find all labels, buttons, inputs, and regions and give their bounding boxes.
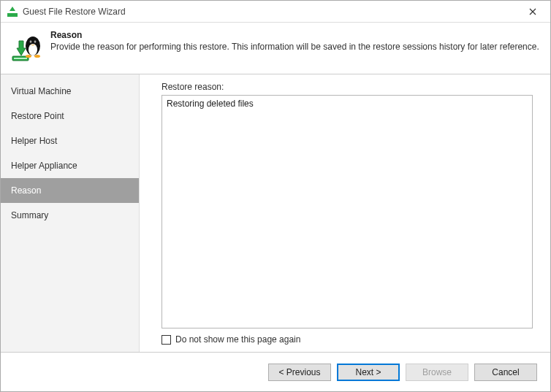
button-label: < Previous — [278, 367, 320, 377]
close-icon — [529, 8, 536, 15]
next-button[interactable]: Next > — [337, 364, 400, 381]
app-icon — [7, 6, 18, 18]
svg-point-9 — [26, 55, 31, 58]
sidebar: Virtual Machine Restore Point Helper Hos… — [1, 74, 140, 352]
dont-show-row[interactable]: Do not show me this page again — [162, 334, 533, 345]
sidebar-item-label: Virtual Machine — [11, 86, 72, 96]
sidebar-item-label: Reason — [11, 185, 41, 196]
titlebar: Guest File Restore Wizard — [1, 1, 550, 23]
close-button[interactable] — [518, 1, 547, 22]
content: Restore reason: Do not show me this page… — [140, 74, 550, 352]
header: Reason Provide the reason for performing… — [1, 23, 550, 74]
sidebar-item-label: Helper Host — [11, 136, 57, 146]
sidebar-item-label: Summary — [11, 210, 48, 220]
header-description: Provide the reason for performing this r… — [50, 42, 539, 52]
svg-point-6 — [30, 41, 31, 42]
button-label: Next > — [355, 367, 381, 377]
button-label: Cancel — [492, 367, 519, 377]
sidebar-item-virtual-machine[interactable]: Virtual Machine — [1, 79, 139, 104]
sidebar-item-label: Helper Appliance — [11, 161, 77, 171]
svg-rect-2 — [14, 58, 27, 59]
sidebar-item-label: Restore Point — [11, 111, 64, 121]
footer: < Previous Next > Browse Cancel — [1, 352, 550, 391]
titlebar-title: Guest File Restore Wizard — [23, 7, 518, 17]
sidebar-item-reason[interactable]: Reason — [1, 178, 139, 203]
body: Virtual Machine Restore Point Helper Hos… — [1, 74, 550, 352]
sidebar-item-helper-appliance[interactable]: Helper Appliance — [1, 153, 139, 178]
reason-label: Restore reason: — [162, 82, 533, 92]
dont-show-label: Do not show me this page again — [175, 334, 300, 345]
penguin-restore-icon — [11, 31, 43, 64]
dont-show-checkbox[interactable] — [162, 335, 171, 345]
reason-input[interactable] — [162, 95, 533, 328]
sidebar-item-helper-host[interactable]: Helper Host — [1, 128, 139, 153]
previous-button[interactable]: < Previous — [268, 364, 331, 381]
browse-button: Browse — [406, 364, 468, 381]
wizard-window: Guest File Restore Wizard Reason Provide… — [0, 0, 551, 392]
cancel-button[interactable]: Cancel — [474, 364, 537, 381]
svg-point-10 — [34, 55, 40, 58]
header-text: Reason Provide the reason for performing… — [50, 30, 539, 52]
sidebar-item-restore-point[interactable]: Restore Point — [1, 104, 139, 128]
svg-point-8 — [34, 41, 35, 42]
svg-rect-0 — [7, 13, 18, 17]
sidebar-item-summary[interactable]: Summary — [1, 203, 139, 228]
button-label: Browse — [422, 367, 452, 377]
header-title: Reason — [50, 30, 539, 40]
